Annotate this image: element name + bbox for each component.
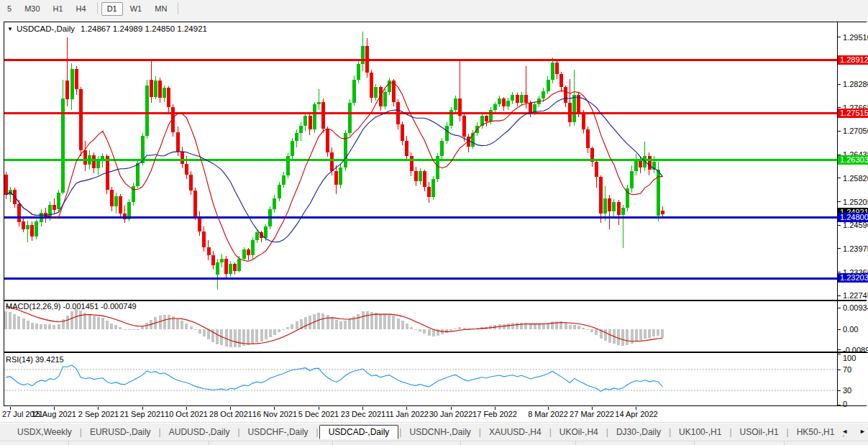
date-axis-label: 21 Sep 2021 bbox=[120, 410, 165, 418]
hline-price-tag: 1.27515 bbox=[838, 109, 868, 118]
price-axis-tick: 1.25820 bbox=[843, 174, 868, 183]
date-axis-label: 17 Feb 2022 bbox=[472, 410, 517, 418]
rsi-axis-tick: 0 bbox=[843, 400, 847, 408]
ma-10-line bbox=[6, 83, 662, 261]
chart-title: ▼USDCAD-,Daily1.24867 1.24989 1.24850 1.… bbox=[7, 24, 207, 33]
rsi-line bbox=[6, 365, 662, 392]
chart-ohlc-values: 1.24867 1.24989 1.24850 1.24921 bbox=[81, 24, 207, 33]
date-axis-label: 30 Jan 2022 bbox=[429, 410, 473, 418]
price-axis-tick: 1.29510 bbox=[843, 33, 868, 42]
date-axis-label: 10 Oct 2021 bbox=[165, 410, 208, 418]
macd-axis-tick: 0.00 bbox=[843, 325, 858, 334]
price-axis-tick: 1.23975 bbox=[843, 244, 868, 253]
price-axis-tick: 1.27050 bbox=[843, 127, 868, 135]
price-axis-tick: 1.28280 bbox=[843, 80, 868, 88]
date-axis-label: 14 Apr 2022 bbox=[615, 410, 657, 418]
axis-ticks bbox=[10, 37, 841, 410]
price-axis-tick: 1.25205 bbox=[843, 198, 868, 206]
price-axis-tick: 1.22745 bbox=[843, 291, 868, 300]
date-axis-label: 23 Dec 2021 bbox=[341, 410, 385, 418]
rsi-indicator-value: 39.4215 bbox=[35, 355, 64, 364]
rsi-axis-tick: 70 bbox=[843, 365, 851, 374]
chart-symbol-label: USDCAD-,Daily bbox=[17, 24, 75, 33]
dropdown-triangle-icon[interactable]: ▼ bbox=[7, 26, 13, 32]
date-axis-label: 15 Aug 2021 bbox=[32, 410, 76, 418]
ma-20-line bbox=[6, 97, 662, 242]
tab-usdcad-daily[interactable]: USDCAD-,Daily bbox=[319, 425, 399, 439]
hline-price-tag: 1.26303 bbox=[838, 155, 868, 165]
rsi-axis-tick: 100 bbox=[843, 354, 856, 362]
hline-price-tag: 1.28912 bbox=[838, 55, 868, 65]
rsi-axis-tick: 30 bbox=[843, 386, 851, 395]
date-axis-label: 16 Nov 2021 bbox=[252, 410, 297, 418]
date-axis-label: 27 Mar 2022 bbox=[570, 410, 614, 418]
hline-price-tag: 1.23203 bbox=[838, 273, 868, 283]
date-axis-label: 2 Sep 2021 bbox=[78, 410, 119, 418]
price-chart[interactable] bbox=[0, 0, 868, 445]
date-axis-label: 5 Dec 2021 bbox=[298, 410, 339, 418]
panel-borders bbox=[4, 22, 867, 406]
date-axis-label: 28 Oct 2021 bbox=[209, 410, 252, 418]
macd-axis-tick: 0.009345 bbox=[843, 303, 868, 312]
date-axis-label: 11 Jan 2022 bbox=[385, 410, 429, 418]
hline-price-tag: 1.24800 bbox=[838, 213, 868, 222]
macd-panel-label: MACD(12,26,9) -0.001451 -0.000749 bbox=[6, 302, 137, 311]
rsi-indicator-name: RSI(14) bbox=[6, 355, 33, 364]
macd-signal-line bbox=[6, 306, 662, 344]
macd-indicator-name: MACD(12,26,9) bbox=[6, 302, 60, 311]
rsi-panel-label: RSI(14) 39.4215 bbox=[6, 355, 64, 364]
macd-histogram bbox=[4, 309, 664, 347]
macd-indicator-values: -0.001451 -0.000749 bbox=[63, 302, 136, 311]
date-axis-label: 8 Mar 2022 bbox=[528, 410, 568, 418]
trading-terminal-window: 5M30H1H4D1W1MN ▼USDCAD-,Daily1.24867 1.2… bbox=[0, 0, 868, 445]
